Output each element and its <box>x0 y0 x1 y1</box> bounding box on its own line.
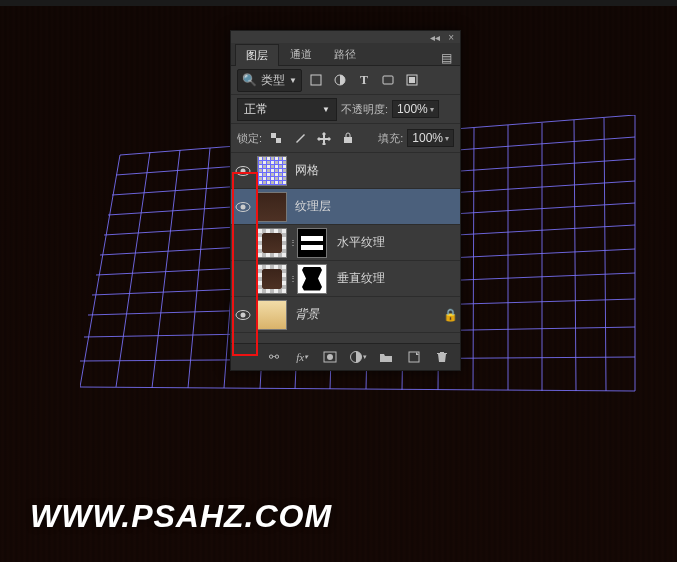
layer-thumbnail[interactable] <box>257 264 287 294</box>
chevron-down-icon: ▼ <box>322 105 330 114</box>
layer-list: 网格 纹理层 ⋮ 水平纹理 ⋮ 垂直纹理 <box>231 153 460 333</box>
layer-name[interactable]: 背景 <box>289 306 440 323</box>
svg-line-15 <box>188 148 210 388</box>
fill-label: 填充: <box>378 131 403 146</box>
svg-line-13 <box>116 152 150 387</box>
filter-row: 🔍 类型 ▼ T <box>231 66 460 95</box>
svg-point-40 <box>241 204 246 209</box>
filter-smart-icon[interactable] <box>402 70 422 90</box>
filter-shape-icon[interactable] <box>378 70 398 90</box>
add-mask-icon[interactable] <box>320 347 340 367</box>
svg-line-26 <box>574 120 576 391</box>
lock-row: 锁定: 填充: 100%▾ <box>231 124 460 153</box>
layer-mask[interactable] <box>297 264 327 294</box>
svg-rect-33 <box>409 77 415 83</box>
filter-type-label: 类型 <box>261 72 285 89</box>
blend-mode-select[interactable]: 正常 ▼ <box>237 98 337 121</box>
layer-thumbnail[interactable] <box>257 300 287 330</box>
svg-point-38 <box>241 168 246 173</box>
layer-thumbnail[interactable] <box>257 192 287 222</box>
panel-tabs: 图层 通道 路径 ▤ <box>231 43 460 66</box>
svg-line-14 <box>152 150 180 388</box>
trash-icon[interactable] <box>432 347 452 367</box>
app-topbar <box>0 0 677 6</box>
svg-rect-34 <box>271 133 276 138</box>
visibility-toggle[interactable] <box>231 163 255 179</box>
layer-name[interactable]: 垂直纹理 <box>331 270 460 287</box>
layer-thumbnail[interactable] <box>257 156 287 186</box>
document-canvas[interactable]: ◂◂ × 图层 通道 路径 ▤ 🔍 类型 ▼ T 正常 ▼ <box>0 0 677 562</box>
svg-point-44 <box>327 354 333 360</box>
adjustment-layer-icon[interactable]: ▾ <box>348 347 368 367</box>
layer-name[interactable]: 网格 <box>289 162 460 179</box>
visibility-toggle[interactable] <box>231 307 255 323</box>
svg-line-27 <box>604 118 606 391</box>
layer-name[interactable]: 水平纹理 <box>331 234 460 251</box>
layer-row[interactable]: 网格 <box>231 153 460 189</box>
lock-icon: 🔒 <box>440 308 460 322</box>
link-layers-icon[interactable]: ⚯ <box>264 347 284 367</box>
new-layer-icon[interactable] <box>404 347 424 367</box>
tab-paths[interactable]: 路径 <box>323 43 367 65</box>
layer-name[interactable]: 纹理层 <box>289 198 460 215</box>
opacity-value: 100% <box>397 102 428 116</box>
new-group-icon[interactable] <box>376 347 396 367</box>
chevron-down-icon: ▾ <box>445 134 449 143</box>
svg-line-12 <box>80 155 120 387</box>
filter-type-icon[interactable]: T <box>354 70 374 90</box>
tab-channels[interactable]: 通道 <box>279 43 323 65</box>
layer-row[interactable]: 纹理层 <box>231 189 460 225</box>
blend-row: 正常 ▼ 不透明度: 100%▾ <box>231 95 460 124</box>
close-icon[interactable]: × <box>448 32 454 43</box>
layer-row[interactable]: ⋮ 垂直纹理 <box>231 261 460 297</box>
layer-mask[interactable] <box>297 228 327 258</box>
panel-menu-icon[interactable]: ▤ <box>433 51 460 65</box>
fill-value: 100% <box>412 131 443 145</box>
mask-link-icon[interactable]: ⋮ <box>289 238 297 247</box>
lock-pixels-icon[interactable] <box>290 128 310 148</box>
svg-rect-35 <box>276 138 281 143</box>
layer-row[interactable]: 背景 🔒 <box>231 297 460 333</box>
layer-row[interactable]: ⋮ 水平纹理 <box>231 225 460 261</box>
fill-input[interactable]: 100%▾ <box>407 129 454 147</box>
layer-filter-select[interactable]: 🔍 类型 ▼ <box>237 69 302 92</box>
fx-icon[interactable]: fx▾ <box>292 347 312 367</box>
collapse-icon[interactable]: ◂◂ <box>430 32 440 43</box>
lock-position-icon[interactable] <box>314 128 334 148</box>
watermark-text: WWW.PSAHZ.COM <box>30 500 332 532</box>
lock-all-icon[interactable] <box>338 128 358 148</box>
search-icon: 🔍 <box>242 73 257 87</box>
layer-thumbnail[interactable] <box>257 228 287 258</box>
lock-transparent-icon[interactable] <box>266 128 286 148</box>
svg-line-23 <box>473 128 474 390</box>
svg-rect-36 <box>344 137 352 143</box>
chevron-down-icon: ▼ <box>289 76 297 85</box>
filter-adjust-icon[interactable] <box>330 70 350 90</box>
layers-panel: ◂◂ × 图层 通道 路径 ▤ 🔍 类型 ▼ T 正常 ▼ <box>230 30 461 371</box>
visibility-toggle[interactable] <box>231 199 255 215</box>
lock-label: 锁定: <box>237 131 262 146</box>
opacity-input[interactable]: 100%▾ <box>392 100 439 118</box>
mask-link-icon[interactable]: ⋮ <box>289 274 297 283</box>
tab-layers[interactable]: 图层 <box>235 44 279 66</box>
chevron-down-icon: ▾ <box>430 105 434 114</box>
filter-pixel-icon[interactable] <box>306 70 326 90</box>
panel-footer: ⚯ fx▾ ▾ <box>231 343 460 370</box>
blend-mode-value: 正常 <box>244 101 268 118</box>
opacity-label: 不透明度: <box>341 102 388 117</box>
svg-point-42 <box>241 312 246 317</box>
svg-rect-31 <box>383 76 393 84</box>
svg-line-11 <box>80 387 635 391</box>
svg-rect-29 <box>311 75 321 85</box>
